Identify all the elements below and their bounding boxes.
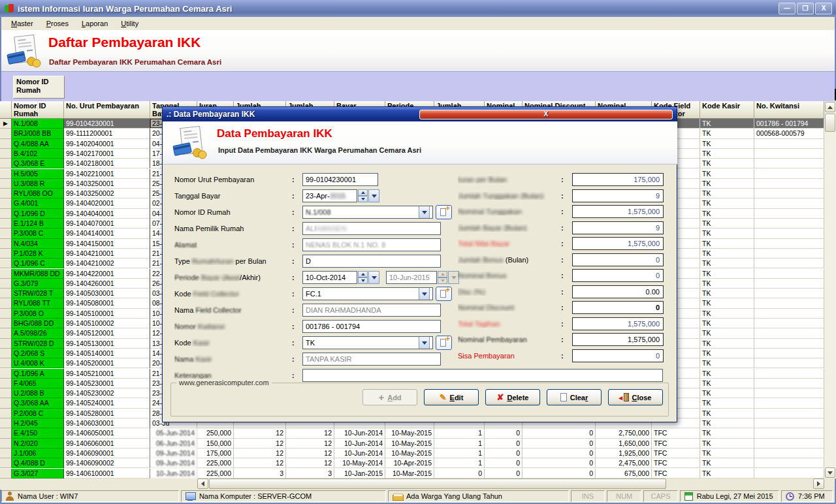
table-cell[interactable]: 99-0104230001 (64, 119, 150, 129)
table-cell[interactable]: 675,000 (596, 469, 652, 479)
table-cell[interactable]: 99-1406030001 (64, 418, 150, 428)
table-cell[interactable] (754, 249, 824, 259)
menu-item-utility[interactable]: Utility (115, 18, 144, 29)
close-button[interactable]: X (815, 3, 832, 14)
scroll-right-button[interactable] (813, 479, 824, 489)
table-cell[interactable]: TFC (652, 449, 700, 458)
table-cell[interactable]: Q.1/096 A (12, 369, 64, 379)
table-cell[interactable] (754, 279, 824, 289)
spin-up[interactable] (438, 271, 447, 277)
edit-button[interactable]: ✎Edit (424, 389, 479, 405)
table-row[interactable]: Q.4/088 D99-140609000209-Jun-2014225,000… (0, 458, 824, 468)
input-type-rumah-iuran[interactable]: D (302, 255, 441, 268)
table-cell[interactable]: STRW/028 D (12, 339, 64, 349)
table-cell[interactable]: P.1/028 K (12, 249, 64, 259)
row-selector[interactable] (0, 289, 12, 298)
table-cell[interactable]: TK (700, 119, 754, 129)
table-cell[interactable]: 99-1405100002 (64, 319, 150, 328)
row-selector[interactable] (0, 328, 12, 338)
table-cell[interactable]: TK (700, 259, 754, 268)
add-new-button-kode-field-collector[interactable]: + (436, 287, 452, 301)
row-selector[interactable] (0, 409, 12, 418)
table-cell[interactable]: Q.3/068 AA (12, 398, 64, 408)
table-cell[interactable]: 0 (485, 449, 522, 458)
table-cell[interactable]: 99-1402170001 (64, 149, 150, 159)
table-cell[interactable]: BHG/088 DD (12, 319, 64, 328)
table-cell[interactable] (754, 289, 824, 298)
grid-header-14[interactable]: No. Kwitansi (754, 101, 824, 119)
clear-button[interactable]: Clear (547, 389, 602, 405)
table-cell[interactable]: 99-1406090002 (64, 458, 150, 468)
close-button[interactable]: ◂Close (608, 389, 663, 405)
table-cell[interactable] (754, 379, 824, 388)
table-cell[interactable]: 99-1111200001 (64, 129, 150, 138)
table-cell[interactable] (754, 189, 824, 198)
table-cell[interactable]: E.4/150 (12, 428, 64, 438)
table-cell[interactable]: 2,750,000 (596, 428, 652, 438)
table-cell[interactable]: TK (700, 209, 754, 219)
row-selector[interactable] (0, 309, 12, 319)
table-cell[interactable]: 05-Jun-2014 (150, 428, 197, 438)
row-selector[interactable] (0, 169, 12, 179)
row-selector[interactable] (0, 439, 12, 449)
table-cell[interactable]: 000568-000579 (754, 129, 824, 138)
table-cell[interactable]: TFC (652, 469, 700, 479)
table-cell[interactable] (754, 159, 824, 168)
table-cell[interactable]: 10-Jan-2015 (334, 469, 385, 479)
row-selector[interactable] (0, 398, 12, 408)
table-cell[interactable]: A.5/098/26 (12, 328, 64, 338)
table-cell[interactable]: TK (700, 319, 754, 328)
row-selector[interactable] (0, 219, 12, 228)
table-cell[interactable]: Q.3/068 E (12, 159, 64, 168)
table-cell[interactable]: MKMR/088 DD (12, 269, 64, 279)
table-cell[interactable] (754, 428, 824, 438)
table-cell[interactable]: 12 (234, 458, 286, 468)
table-cell[interactable] (754, 179, 824, 189)
table-cell[interactable]: STRW/028 T (12, 289, 64, 298)
spin-down[interactable] (438, 277, 447, 284)
table-cell[interactable]: TFC (652, 458, 700, 468)
table-cell[interactable]: TK (700, 439, 754, 449)
row-selector[interactable] (0, 179, 12, 189)
table-cell[interactable]: 12 (286, 449, 334, 458)
table-cell[interactable] (754, 269, 824, 279)
table-cell[interactable]: TK (700, 418, 754, 428)
table-cell[interactable] (754, 198, 824, 208)
table-cell[interactable]: TK (700, 129, 754, 138)
table-cell[interactable]: 175,000 (197, 449, 234, 458)
table-cell[interactable]: 12 (234, 439, 286, 449)
row-selector[interactable] (0, 349, 12, 358)
table-cell[interactable] (754, 418, 824, 428)
table-cell[interactable]: F.4/065 (12, 379, 64, 388)
table-cell[interactable]: 99-1406090001 (64, 449, 150, 458)
table-cell[interactable]: 99-1405120001 (64, 328, 150, 338)
table-cell[interactable]: TFC (652, 439, 700, 449)
table-cell[interactable]: TK (700, 279, 754, 289)
filter-chip-nomor-id-rumah[interactable]: Nomor ID Rumah (13, 76, 65, 99)
table-cell[interactable]: 0 (485, 439, 522, 449)
menu-item-master[interactable]: Master (5, 18, 39, 29)
scroll-left-button[interactable] (197, 479, 208, 489)
table-cell[interactable]: 99-1402210001 (64, 169, 150, 179)
table-cell[interactable]: 09-Jun-2014 (150, 458, 197, 468)
table-cell[interactable]: TK (700, 159, 754, 168)
dropdown-button-kode-field-collector[interactable] (419, 287, 430, 300)
table-cell[interactable] (754, 209, 824, 219)
table-cell[interactable]: 12 (234, 449, 286, 458)
table-cell[interactable]: TK (700, 139, 754, 149)
table-cell[interactable]: TK (700, 179, 754, 189)
row-selector[interactable] (0, 239, 12, 249)
table-cell[interactable]: TK (700, 388, 754, 398)
table-cell[interactable]: 250,000 (197, 428, 234, 438)
table-cell[interactable]: RYL/088 OO (12, 189, 64, 198)
table-cell[interactable]: 99-1404140001 (64, 228, 150, 238)
table-cell[interactable]: 10-Jun-2014 (150, 469, 197, 479)
restore-button[interactable]: ❐ (797, 3, 814, 14)
table-cell[interactable]: 12 (234, 428, 286, 438)
table-cell[interactable]: 99-1403250002 (64, 189, 150, 198)
table-cell[interactable]: 99-1404210002 (64, 259, 150, 268)
table-cell[interactable]: TK (700, 298, 754, 308)
row-selector[interactable] (0, 269, 12, 279)
scroll-down-button[interactable] (825, 467, 835, 478)
row-selector[interactable] (0, 259, 12, 268)
